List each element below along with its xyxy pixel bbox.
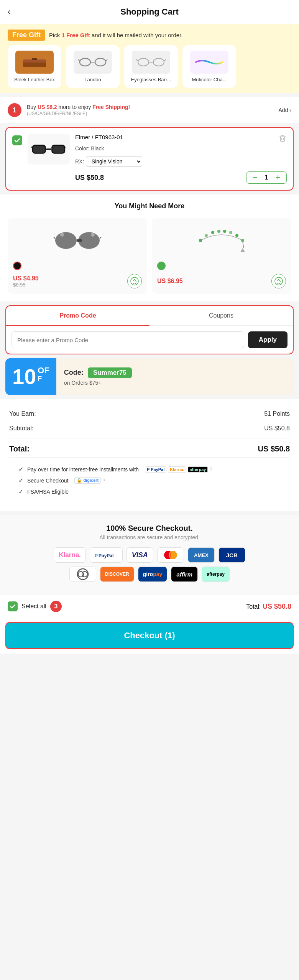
- select-all-row: Select all 3: [8, 601, 62, 612]
- delete-item-button[interactable]: [278, 134, 287, 144]
- free-gift-label: Free Gift Pick 1 Free Gift and it will b…: [8, 30, 291, 41]
- decrease-qty-button[interactable]: −: [250, 173, 260, 182]
- upsell-add-to-cart-button[interactable]: [271, 274, 286, 288]
- color-dot-black[interactable]: [13, 262, 21, 270]
- earn-row: You Earn: 51 Points: [9, 407, 290, 421]
- svg-point-26: [55, 232, 77, 249]
- increase-qty-button[interactable]: +: [273, 173, 283, 182]
- back-button[interactable]: ‹: [8, 7, 10, 17]
- svg-point-9: [153, 58, 164, 66]
- select-all-checkbox[interactable]: [8, 601, 18, 611]
- cart-item-card: Elmer / FT0963-01 Color: Black RX: Singl…: [5, 127, 294, 191]
- help-icon[interactable]: ?: [209, 466, 212, 472]
- free-gift-item[interactable]: Sleek Leather Box: [8, 45, 61, 88]
- klarna-icon: Klarna.: [168, 466, 186, 473]
- cart-item-details: Elmer / FT0963-01 Color: Black RX: Singl…: [75, 134, 287, 184]
- secure-checkout-subtitle: All transactions are secure and encrypte…: [8, 534, 291, 540]
- upsell-price-row: US $6.95: [157, 274, 286, 288]
- help-icon-2[interactable]: ?: [102, 478, 105, 483]
- trust-badges: ✓ Pay over time for interest-free instal…: [9, 457, 290, 503]
- amex-payment-logo: AMEX: [188, 547, 215, 563]
- payment-row-1: Klarna. PPayPal VISA AMEX JCB: [8, 547, 291, 563]
- quantity-display: 1: [263, 174, 270, 181]
- checkout-button[interactable]: Checkout (1): [5, 622, 294, 649]
- tab-promo-code[interactable]: Promo Code: [6, 306, 150, 326]
- upsell-item: US $4.95 $8.95: [8, 218, 147, 294]
- svg-line-44: [243, 242, 244, 248]
- shipping-amount: US $8.2: [38, 104, 57, 110]
- color-dot-green[interactable]: [157, 262, 166, 270]
- svg-point-34: [133, 283, 135, 284]
- paypal-icon: P PayPal: [145, 466, 166, 473]
- klarna-payment-logo: Klarna.: [54, 547, 86, 563]
- tab-coupons[interactable]: Coupons: [150, 306, 293, 326]
- quantity-controls: − 1 +: [246, 171, 287, 184]
- free-gift-item[interactable]: Muticolor Cha...: [182, 45, 236, 88]
- step-3-badge: 3: [50, 601, 62, 612]
- svg-point-35: [135, 283, 136, 284]
- landoo-icon: [74, 51, 112, 74]
- check-icon: ✓: [18, 466, 23, 473]
- promo-code-input[interactable]: [12, 331, 244, 348]
- check-icon: ✓: [18, 488, 23, 495]
- svg-point-8: [138, 58, 149, 66]
- free-gift-items-list: Sleek Leather Box Landoo: [8, 45, 291, 93]
- svg-rect-28: [77, 239, 82, 242]
- free-gift-banner: Free Gift Pick 1 Free Gift and it will b…: [0, 24, 299, 93]
- cart-price: US $50.8: [75, 174, 104, 182]
- svg-point-4: [95, 58, 106, 66]
- subtotal-label: Subtotal:: [9, 425, 33, 432]
- svg-line-12: [164, 59, 166, 61]
- free-gift-name: Eyeglasses Barr...: [131, 77, 171, 82]
- visa-payment-logo: VISA: [127, 547, 153, 563]
- upsell-section-title: You Might Need More: [0, 194, 299, 218]
- svg-point-36: [199, 239, 202, 242]
- promo-section: Promo Code Coupons Apply: [5, 305, 294, 354]
- total-row: Total: US $50.8: [9, 441, 290, 457]
- svg-point-37: [205, 234, 208, 237]
- svg-point-42: [235, 234, 238, 237]
- secure-label: Secure Checkout: [27, 478, 68, 484]
- cart-item-checkbox[interactable]: [12, 135, 22, 145]
- secure-row: ✓ Secure Checkout 🔒 digicert ?: [18, 475, 281, 486]
- cart-price-row: US $50.8 − 1 +: [75, 171, 287, 184]
- upsell-add-to-cart-button[interactable]: [127, 274, 142, 288]
- promo-badge: 10 OF F: [5, 358, 56, 395]
- svg-point-43: [241, 239, 244, 242]
- rx-select[interactable]: Single Vision Progressive Bifocal Non-Pr…: [86, 156, 142, 167]
- upsell-price: US $4.95: [13, 275, 39, 282]
- svg-text:PayPal: PayPal: [99, 553, 113, 558]
- free-gift-description: Pick 1 Free Gift and it will be mailed w…: [49, 32, 182, 38]
- free-gift-tag: Free Gift: [8, 30, 45, 41]
- affirm-payment-logo: affirm: [171, 567, 198, 582]
- svg-point-46: [275, 277, 283, 285]
- subtotal-row: Subtotal: US $50.8: [9, 421, 290, 436]
- svg-point-33: [131, 277, 138, 285]
- cart-item-image: [28, 134, 70, 165]
- svg-point-55: [82, 572, 87, 577]
- eyeglasses-icon: [132, 51, 170, 74]
- svg-point-41: [229, 231, 232, 234]
- page-title: Shopping Cart: [120, 7, 179, 17]
- total-value: US $50.8: [258, 445, 290, 453]
- cart-color: Color: Black: [75, 145, 287, 152]
- promo-number: 10 OF F: [12, 366, 49, 387]
- svg-point-38: [211, 231, 214, 234]
- svg-point-40: [223, 230, 226, 233]
- cart-product-name: Elmer / FT0963-01: [75, 134, 123, 140]
- free-gift-item[interactable]: Landoo: [66, 45, 120, 88]
- upsell-price-row: US $4.95 $8.95: [13, 274, 142, 288]
- shipping-text: Buy US $8.2 more to enjoy Free Shipping!…: [27, 104, 273, 116]
- checkout-btn-wrapper: Checkout (1): [0, 618, 299, 654]
- promo-apply-button[interactable]: Apply: [248, 331, 288, 348]
- bottom-total-amount: US $50.8: [263, 603, 291, 610]
- upsell-item: US $6.95: [152, 218, 291, 294]
- cart-item: Elmer / FT0963-01 Color: Black RX: Singl…: [12, 134, 287, 184]
- upsell-prices: US $4.95 $8.95: [13, 275, 39, 288]
- promo-input-row: Apply: [6, 326, 293, 354]
- upsell-item-image: [157, 223, 286, 258]
- promo-off-label: OF F: [38, 366, 49, 383]
- free-gift-item[interactable]: Eyeglasses Barr...: [124, 45, 178, 88]
- add-button[interactable]: Add ›: [279, 107, 291, 113]
- free-gift-name: Sleek Leather Box: [14, 77, 55, 82]
